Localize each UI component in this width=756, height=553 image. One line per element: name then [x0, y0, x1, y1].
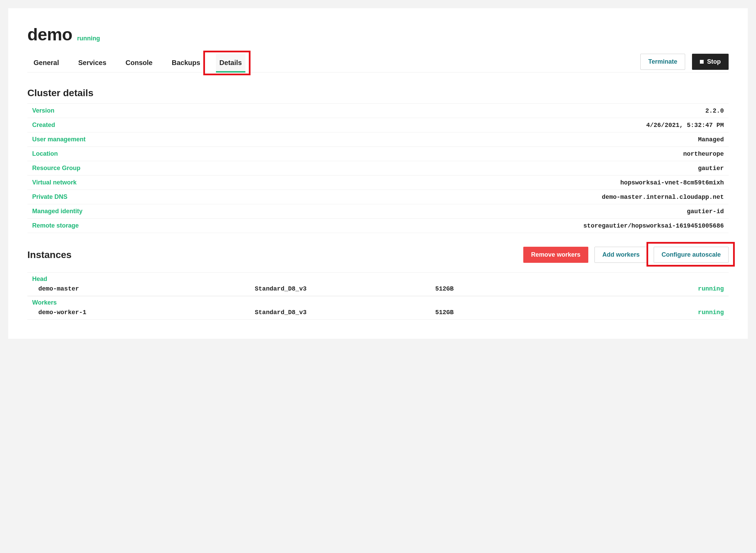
main-panel: demo running General Services Console Ba… — [8, 8, 748, 339]
instance-row-worker: demo-worker-1 Standard_D8_v3 512GB runni… — [27, 307, 729, 320]
instances-header: Instances Remove workers Add workers Con… — [27, 247, 729, 263]
head-group-label: Head — [27, 272, 729, 283]
cluster-details-heading: Cluster details — [27, 88, 729, 99]
label-virtual-network: Virtual network — [27, 176, 116, 190]
value-virtual-network: hopsworksai-vnet-8cm59t6mixh — [116, 176, 729, 190]
tab-backups[interactable]: Backups — [168, 54, 204, 72]
tabs-row: General Services Console Backups Details… — [27, 54, 729, 73]
stop-icon — [700, 60, 704, 64]
row-location: Location northeurope — [27, 147, 729, 161]
terminate-button[interactable]: Terminate — [640, 54, 685, 70]
label-version: Version — [27, 104, 116, 118]
value-private-dns: demo-master.internal.cloudapp.net — [116, 190, 729, 204]
instance-name: demo-worker-1 — [38, 309, 255, 316]
instance-row-head: demo-master Standard_D8_v3 512GB running — [27, 283, 729, 296]
row-resource-group: Resource Group gautier — [27, 161, 729, 176]
stop-button-label: Stop — [707, 58, 721, 65]
row-managed-identity: Managed identity gautier-id — [27, 204, 729, 219]
instances-heading: Instances — [27, 249, 72, 260]
configure-autoscale-button[interactable]: Configure autoscale — [654, 247, 729, 263]
title-row: demo running — [27, 25, 729, 44]
remove-workers-button[interactable]: Remove workers — [523, 247, 588, 263]
row-remote-storage: Remote storage storegautier/hopsworksai-… — [27, 219, 729, 233]
label-managed-identity: Managed identity — [27, 204, 116, 219]
row-version: Version 2.2.0 — [27, 104, 729, 118]
instance-disk: 512GB — [435, 309, 616, 316]
tabs: General Services Console Backups Details — [27, 54, 248, 72]
instances-actions: Remove workers Add workers Configure aut… — [523, 247, 729, 263]
instance-status: running — [616, 309, 724, 316]
value-user-management: Managed — [116, 132, 729, 147]
value-location: northeurope — [116, 147, 729, 161]
instance-name: demo-master — [38, 285, 255, 292]
instance-type: Standard_D8_v3 — [255, 309, 435, 316]
value-resource-group: gautier — [116, 161, 729, 176]
tab-console[interactable]: Console — [122, 54, 156, 72]
value-managed-identity: gautier-id — [116, 204, 729, 219]
label-location: Location — [27, 147, 116, 161]
row-virtual-network: Virtual network hopsworksai-vnet-8cm59t6… — [27, 176, 729, 190]
instances-list: Head demo-master Standard_D8_v3 512GB ru… — [27, 272, 729, 320]
add-workers-button[interactable]: Add workers — [594, 247, 648, 263]
details-table: Version 2.2.0 Created 4/26/2021, 5:32:47… — [27, 103, 729, 233]
instance-type: Standard_D8_v3 — [255, 285, 435, 292]
label-remote-storage: Remote storage — [27, 219, 116, 233]
status-badge: running — [77, 35, 100, 42]
value-created: 4/26/2021, 5:32:47 PM — [116, 118, 729, 132]
row-private-dns: Private DNS demo-master.internal.cloudap… — [27, 190, 729, 204]
label-created: Created — [27, 118, 116, 132]
tab-general[interactable]: General — [30, 54, 62, 72]
instance-disk: 512GB — [435, 285, 616, 292]
value-version: 2.2.0 — [116, 104, 729, 118]
cluster-name: demo — [27, 25, 72, 44]
tab-details[interactable]: Details — [216, 54, 245, 72]
label-private-dns: Private DNS — [27, 190, 116, 204]
label-resource-group: Resource Group — [27, 161, 116, 176]
row-created: Created 4/26/2021, 5:32:47 PM — [27, 118, 729, 132]
cluster-actions: Terminate Stop — [640, 54, 729, 70]
label-user-management: User management — [27, 132, 116, 147]
workers-group-label: Workers — [27, 296, 729, 307]
stop-button[interactable]: Stop — [692, 54, 729, 70]
row-user-management: User management Managed — [27, 132, 729, 147]
instance-status: running — [616, 285, 724, 292]
tab-services[interactable]: Services — [75, 54, 110, 72]
value-remote-storage: storegautier/hopsworksai-1619451005686 — [116, 219, 729, 233]
